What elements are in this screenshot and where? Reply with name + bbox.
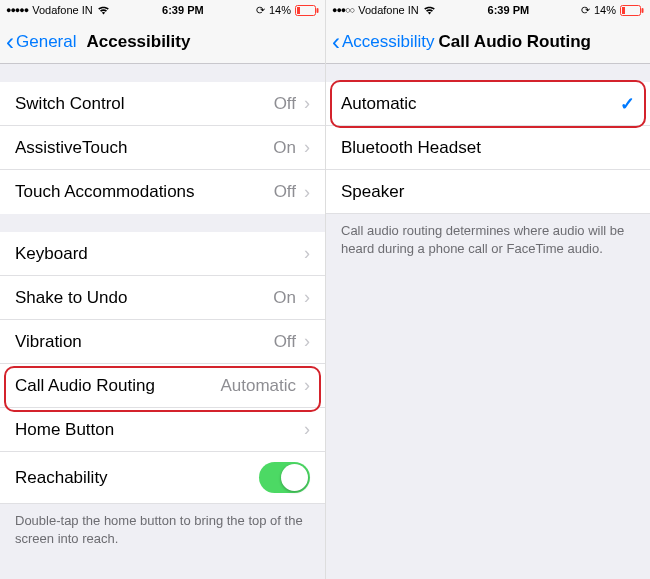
carrier-label: Vodafone IN [32, 4, 93, 16]
status-bar: ●●●●● Vodafone IN 6:39 PM ⟳ 14% [0, 0, 325, 20]
back-button[interactable]: ‹ Accessibility [326, 30, 435, 54]
chevron-right-icon: › [304, 375, 310, 396]
section-footer: Double-tap the home button to bring the … [0, 504, 325, 555]
row-assistivetouch[interactable]: AssistiveTouch On › [0, 126, 325, 170]
battery-pct-label: 14% [269, 4, 291, 16]
section-footer: Call audio routing determines where audi… [326, 214, 650, 265]
row-call-audio-routing[interactable]: Call Audio Routing Automatic › [0, 364, 325, 408]
page-title: Accessibility [86, 32, 190, 52]
row-label: Vibration [15, 332, 274, 352]
update-icon: ⟳ [581, 4, 590, 17]
row-value: Automatic [220, 376, 296, 396]
checkmark-icon: ✓ [620, 93, 635, 115]
option-speaker[interactable]: Speaker [326, 170, 650, 214]
chevron-right-icon: › [304, 419, 310, 440]
nav-bar: ‹ Accessibility Call Audio Routing [326, 20, 650, 64]
clock-label: 6:39 PM [162, 4, 204, 16]
row-value: Off [274, 332, 296, 352]
clock-label: 6:39 PM [488, 4, 530, 16]
row-label: Speaker [341, 182, 635, 202]
chevron-right-icon: › [304, 243, 310, 264]
row-label: Touch Accommodations [15, 182, 274, 202]
row-switch-control[interactable]: Switch Control Off › [0, 82, 325, 126]
screen-call-audio-routing: ●●●○○ Vodafone IN 6:39 PM ⟳ 14% ‹ Access… [325, 0, 650, 579]
row-label: Automatic [341, 94, 620, 114]
carrier-label: Vodafone IN [358, 4, 419, 16]
signal-dots-icon: ●●●○○ [332, 5, 354, 15]
back-label: General [16, 32, 76, 52]
chevron-right-icon: › [304, 137, 310, 158]
row-value: Off [274, 94, 296, 114]
row-label: Bluetooth Headset [341, 138, 635, 158]
row-touch-accommodations[interactable]: Touch Accommodations Off › [0, 170, 325, 214]
row-value: On [273, 288, 296, 308]
chevron-right-icon: › [304, 93, 310, 114]
battery-pct-label: 14% [594, 4, 616, 16]
row-value: On [273, 138, 296, 158]
svg-rect-5 [641, 8, 643, 13]
chevron-left-icon: ‹ [332, 30, 340, 54]
chevron-right-icon: › [304, 182, 310, 203]
row-vibration[interactable]: Vibration Off › [0, 320, 325, 364]
row-label: AssistiveTouch [15, 138, 273, 158]
update-icon: ⟳ [256, 4, 265, 17]
row-keyboard[interactable]: Keyboard › [0, 232, 325, 276]
settings-group-touch: Switch Control Off › AssistiveTouch On ›… [0, 82, 325, 214]
nav-bar: ‹ General Accessibility [0, 20, 325, 64]
battery-icon [295, 5, 319, 16]
row-label: Shake to Undo [15, 288, 273, 308]
svg-rect-2 [316, 8, 318, 13]
toggle-switch[interactable] [259, 462, 310, 493]
row-label: Reachability [15, 468, 259, 488]
chevron-right-icon: › [304, 331, 310, 352]
row-label: Keyboard [15, 244, 304, 264]
routing-options-group: Automatic ✓ Bluetooth Headset Speaker [326, 82, 650, 214]
settings-group-interaction: Keyboard › Shake to Undo On › Vibration … [0, 232, 325, 504]
option-bluetooth-headset[interactable]: Bluetooth Headset [326, 126, 650, 170]
section-spacer [0, 64, 325, 82]
row-reachability[interactable]: Reachability [0, 452, 325, 504]
row-label: Call Audio Routing [15, 376, 220, 396]
row-label: Switch Control [15, 94, 274, 114]
section-spacer [0, 214, 325, 232]
row-home-button[interactable]: Home Button › [0, 408, 325, 452]
wifi-icon [97, 5, 110, 15]
back-label: Accessibility [342, 32, 435, 52]
back-button[interactable]: ‹ General [0, 30, 76, 54]
screen-accessibility: ●●●●● Vodafone IN 6:39 PM ⟳ 14% ‹ Genera… [0, 0, 325, 579]
svg-rect-1 [297, 7, 300, 14]
row-label: Home Button [15, 420, 304, 440]
battery-icon [620, 5, 644, 16]
row-shake-to-undo[interactable]: Shake to Undo On › [0, 276, 325, 320]
chevron-left-icon: ‹ [6, 30, 14, 54]
wifi-icon [423, 5, 436, 15]
chevron-right-icon: › [304, 287, 310, 308]
status-bar: ●●●○○ Vodafone IN 6:39 PM ⟳ 14% [326, 0, 650, 20]
signal-dots-icon: ●●●●● [6, 5, 28, 15]
svg-rect-4 [622, 7, 625, 14]
page-title: Call Audio Routing [439, 32, 591, 52]
option-automatic[interactable]: Automatic ✓ [326, 82, 650, 126]
section-spacer [326, 64, 650, 82]
row-value: Off [274, 182, 296, 202]
